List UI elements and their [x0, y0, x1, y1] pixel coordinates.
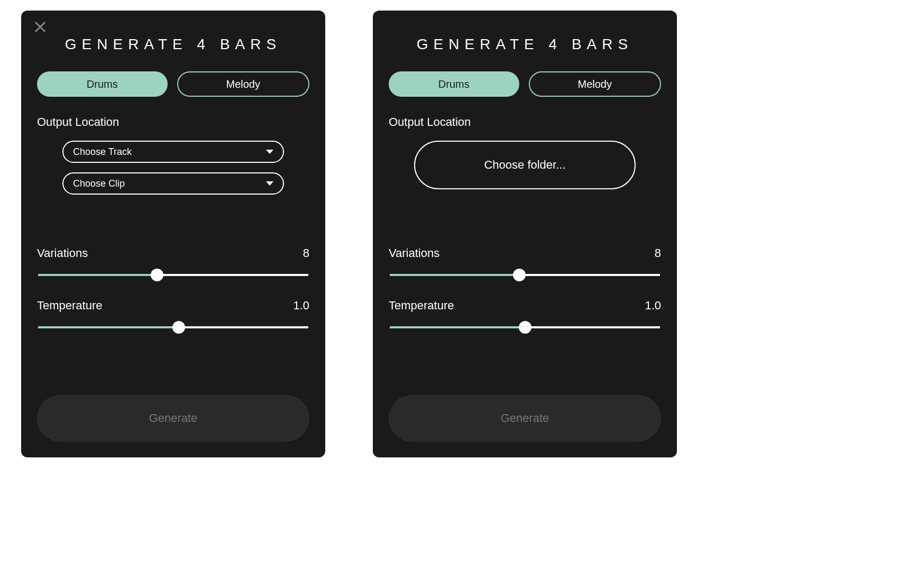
output-location-label: Output Location	[37, 115, 309, 129]
tab-melody[interactable]: Melody	[529, 71, 662, 97]
variations-label: Variations	[37, 246, 88, 260]
variations-value: 8	[303, 246, 309, 260]
choose-clip-dropdown[interactable]: Choose Clip	[62, 172, 284, 195]
choose-folder-button[interactable]: Choose folder...	[414, 141, 636, 189]
temperature-label: Temperature	[389, 299, 454, 313]
temperature-section: Temperature 1.0	[37, 299, 309, 333]
temperature-slider[interactable]	[389, 322, 661, 333]
temperature-value: 1.0	[293, 299, 309, 313]
slider-fill	[390, 274, 519, 276]
dropdown-label: Choose Track	[73, 146, 132, 158]
temperature-label: Temperature	[37, 299, 103, 313]
variations-slider[interactable]	[389, 270, 661, 280]
slider-thumb[interactable]	[519, 321, 531, 334]
generate-panel-left: GENERATE 4 BARS Drums Melody Output Loca…	[21, 11, 325, 457]
chevron-down-icon	[266, 150, 273, 154]
panel-title: GENERATE 4 BARS	[389, 36, 661, 53]
mode-tabs: Drums Melody	[37, 71, 309, 97]
choose-track-dropdown[interactable]: Choose Track	[62, 141, 284, 163]
variations-value: 8	[655, 246, 661, 260]
mode-tabs: Drums Melody	[389, 71, 661, 97]
slider-fill	[38, 326, 179, 328]
variations-slider[interactable]	[37, 270, 309, 280]
panel-title: GENERATE 4 BARS	[37, 36, 309, 53]
temperature-value: 1.0	[645, 299, 661, 313]
output-location-area: Choose Track Choose Clip	[37, 141, 309, 215]
tab-drums[interactable]: Drums	[389, 71, 519, 97]
tab-drums[interactable]: Drums	[37, 71, 168, 97]
temperature-slider[interactable]	[37, 322, 309, 333]
temperature-section: Temperature 1.0	[389, 299, 661, 333]
generate-button[interactable]: Generate	[37, 395, 309, 442]
slider-thumb[interactable]	[151, 269, 163, 281]
output-location-label: Output Location	[389, 115, 661, 129]
tab-melody[interactable]: Melody	[177, 71, 310, 97]
slider-thumb[interactable]	[513, 269, 526, 281]
output-location-area: Choose folder...	[389, 141, 661, 215]
variations-section: Variations 8	[37, 246, 309, 280]
generate-button[interactable]: Generate	[389, 395, 661, 442]
dropdown-label: Choose Clip	[73, 178, 125, 189]
slider-thumb[interactable]	[172, 321, 185, 334]
slider-fill	[390, 326, 525, 328]
chevron-down-icon	[266, 181, 273, 186]
variations-label: Variations	[389, 246, 439, 260]
variations-section: Variations 8	[389, 246, 661, 280]
generate-panel-right: GENERATE 4 BARS Drums Melody Output Loca…	[373, 11, 677, 457]
slider-fill	[38, 274, 157, 276]
close-icon[interactable]	[34, 21, 46, 35]
